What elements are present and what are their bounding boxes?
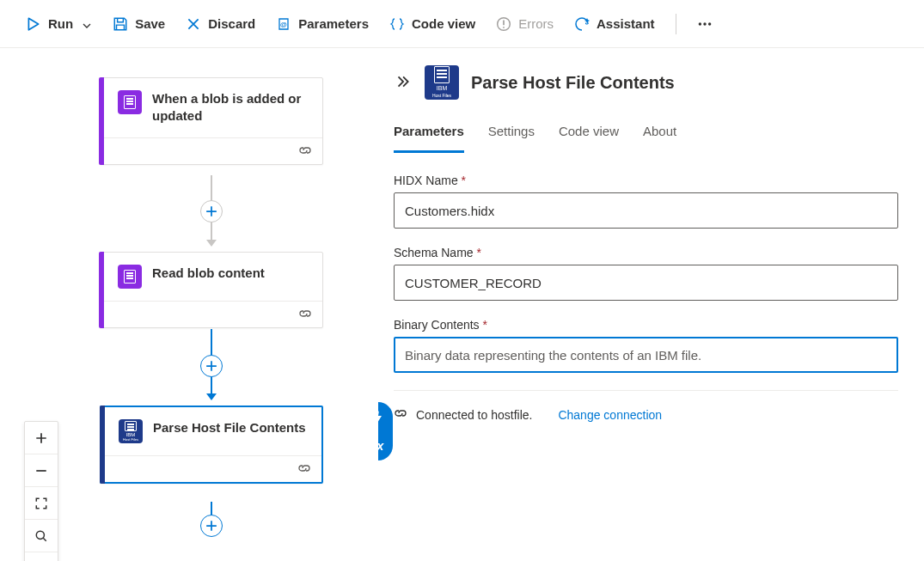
hidx-label: HIDX Name * (394, 174, 898, 187)
tab-about[interactable]: About (643, 119, 676, 153)
parameters-label: Parameters (298, 16, 369, 31)
add-step-button[interactable] (200, 200, 223, 223)
svg-point-3 (698, 22, 701, 25)
binary-input[interactable] (394, 337, 898, 373)
node-title: When a blob is added or updated (152, 90, 309, 125)
discard-button[interactable]: Discard (177, 11, 264, 37)
search-button[interactable] (25, 520, 58, 552)
codeview-button[interactable]: Code view (381, 11, 484, 37)
svg-text:@: @ (280, 21, 287, 28)
save-label: Save (135, 16, 165, 31)
assistant-label: Assistant (597, 16, 655, 31)
link-icon (298, 307, 314, 322)
run-label: Run (48, 16, 73, 31)
tab-settings[interactable]: Settings (488, 119, 535, 153)
svg-point-5 (707, 22, 710, 25)
parameters-icon: @ (276, 16, 291, 32)
panel-title: Parse Host File Contents (471, 73, 675, 93)
zoom-in-button[interactable] (25, 422, 58, 454)
node-title: Read blob content (152, 265, 265, 282)
toolbar-separator (676, 14, 676, 34)
blob-read-icon (118, 265, 142, 289)
error-icon (496, 16, 511, 32)
link-icon (297, 461, 313, 477)
binary-label: Binary Contents * (394, 318, 898, 332)
parameters-button[interactable]: @ Parameters (267, 11, 377, 37)
run-button[interactable]: Run (17, 11, 101, 37)
node-title: Parse Host File Contents (153, 419, 306, 436)
errors-label: Errors (518, 16, 554, 31)
link-icon (394, 406, 407, 423)
zoom-controls (24, 421, 58, 561)
connection-text: Connected to hostfile. (416, 408, 532, 422)
action-node-parse-host-file[interactable]: IBM Host Files Parse Host File Contents (100, 406, 323, 484)
close-icon (186, 16, 201, 32)
braces-icon (389, 16, 405, 32)
add-step-button[interactable] (200, 355, 223, 377)
schema-label: Schema Name * (394, 246, 898, 259)
svg-point-4 (703, 22, 706, 25)
codeview-label: Code view (412, 16, 475, 31)
add-step-button[interactable] (200, 515, 223, 537)
panel-tabs: Parameters Settings Code view About (394, 119, 898, 153)
main: When a blob is added or updated Read blo… (0, 48, 924, 561)
ibm-hostfiles-icon: IBM Host Files (119, 419, 143, 443)
zoom-out-button[interactable] (25, 454, 58, 487)
divider (394, 390, 898, 391)
save-button[interactable]: Save (104, 11, 174, 37)
errors-button[interactable]: Errors (487, 11, 562, 37)
fit-screen-button[interactable] (25, 487, 58, 520)
minimap-button[interactable] (25, 552, 58, 561)
change-connection-link[interactable]: Change connection (558, 408, 662, 422)
connection-status: Connected to hostfile. Change connection (394, 406, 898, 423)
play-icon (26, 16, 41, 32)
chevron-down-icon (82, 19, 92, 29)
tab-parameters[interactable]: Parameters (394, 119, 464, 153)
save-icon (113, 16, 128, 32)
collapse-panel-icon[interactable] (394, 73, 413, 92)
more-button[interactable] (688, 11, 721, 37)
more-icon (697, 16, 713, 32)
connector-stub (211, 502, 212, 515)
toolbar: Run Save Discard @ Parameters Code view … (0, 0, 924, 48)
trigger-node-blob[interactable]: When a blob is added or updated (100, 77, 323, 165)
hidx-input[interactable] (394, 192, 898, 229)
expression-button[interactable]: fx (378, 431, 393, 460)
link-icon (298, 143, 314, 159)
action-node-read-blob[interactable]: Read blob content (100, 252, 323, 328)
details-panel: fx IBM Host Files Parse Host File Conten… (378, 48, 924, 561)
svg-point-2 (503, 27, 505, 28)
schema-input[interactable] (394, 265, 898, 301)
assistant-button[interactable]: Assistant (566, 11, 664, 37)
expression-rail: fx (378, 402, 393, 460)
dynamic-content-button[interactable] (378, 402, 393, 431)
assistant-icon (574, 16, 590, 32)
designer-canvas[interactable]: When a blob is added or updated Read blo… (0, 48, 378, 561)
ibm-hostfiles-icon: IBM Host Files (425, 65, 459, 100)
discard-label: Discard (208, 16, 255, 31)
tab-codeview[interactable]: Code view (559, 119, 619, 153)
svg-point-6 (36, 531, 44, 539)
blob-trigger-icon (118, 90, 142, 114)
